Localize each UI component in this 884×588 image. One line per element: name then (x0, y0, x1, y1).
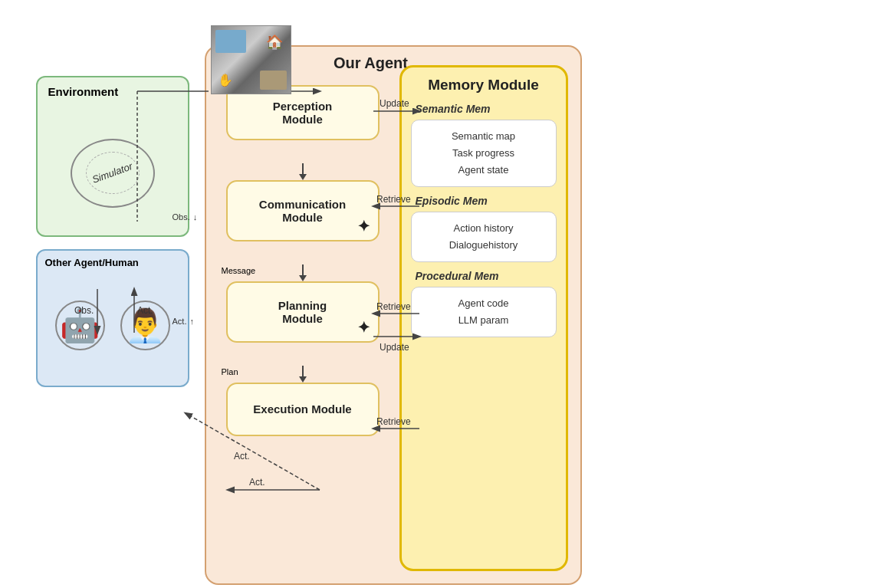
diagram: 🏠 ✋ Environment Simulator Other Agent/Hu… (21, 15, 864, 574)
episodic-line-2: Dialoguehistory (449, 239, 518, 251)
memory-title: Memory Module (428, 77, 539, 94)
perception-label: PerceptionModule (273, 100, 333, 126)
other-agent-box: Other Agent/Human 🤖 👨‍💼 (36, 249, 189, 387)
screenshot-thumbnail: 🏠 ✋ (211, 25, 291, 94)
human-circle: 👨‍💼 (120, 301, 170, 350)
execution-module: Execution Module (226, 383, 380, 436)
environment-box: Environment Simulator (36, 76, 189, 237)
procedural-line-1: Agent code (458, 297, 509, 309)
down-arrow-1 (299, 163, 307, 180)
gpt-icon-comm: ✦ (357, 217, 370, 235)
gpt-icon-plan: ✦ (357, 318, 370, 337)
environment-title: Environment (48, 85, 119, 98)
flow-gap-2: Message (219, 264, 387, 281)
act-up-arrow: Act. ↑ (173, 317, 198, 326)
communication-module: CommunicationModule ✦ (226, 180, 380, 241)
episodic-line-1: Action history (453, 222, 513, 234)
procedural-mem-card: Agent code LLM param (411, 287, 557, 337)
down-arrow-3 (299, 366, 307, 383)
procedural-mem-title: Procedural Mem (416, 270, 499, 282)
semantic-line-1: Semantic map (452, 130, 515, 142)
flow-gap-3: Plan (219, 366, 387, 383)
simulator-circle: Simulator (71, 139, 155, 208)
our-agent-container: Our Agent PerceptionModule Communication… (205, 45, 582, 585)
modules-column: PerceptionModule CommunicationModule ✦ (219, 85, 387, 436)
planning-module: PlanningModule ✦ (226, 281, 380, 343)
semantic-line-3: Agent state (458, 164, 509, 176)
memory-module: Memory Module Semantic Mem Semantic map … (399, 65, 568, 571)
obs-label-left: Obs. (173, 212, 190, 222)
agent-icons: 🤖 👨‍💼 (55, 301, 170, 350)
planning-label: PlanningModule (278, 299, 327, 325)
semantic-line-2: Task progress (452, 147, 514, 159)
episodic-mem-card: Action history Dialoguehistory (411, 212, 557, 262)
down-arrow-2 (299, 264, 307, 281)
act-label: Act. (173, 317, 187, 326)
human-icon: 👨‍💼 (125, 310, 165, 342)
main-container: Our Agent PerceptionModule Communication… (205, 38, 582, 585)
left-column: Environment Simulator Other Agent/Human … (36, 76, 189, 387)
semantic-mem-card: Semantic map Task progress Agent state (411, 120, 557, 187)
robot-circle: 🤖 (55, 301, 105, 350)
message-label: Message (222, 266, 256, 275)
robot-icon: 🤖 (60, 310, 100, 342)
communication-label: CommunicationModule (259, 198, 346, 224)
other-agent-title: Other Agent/Human (45, 257, 139, 268)
left-arrows-area: Obs. ↓ Act. ↑ (173, 212, 198, 326)
plan-label: Plan (222, 367, 238, 376)
procedural-line-2: LLM param (458, 314, 509, 326)
obs-down-arrow: Obs. ↓ (173, 212, 198, 222)
our-agent-title: Our Agent (334, 54, 408, 72)
semantic-mem-title: Semantic Mem (416, 103, 491, 115)
execution-label: Execution Module (253, 402, 351, 416)
flow-gap-1 (219, 163, 387, 180)
episodic-mem-title: Episodic Mem (416, 195, 488, 207)
